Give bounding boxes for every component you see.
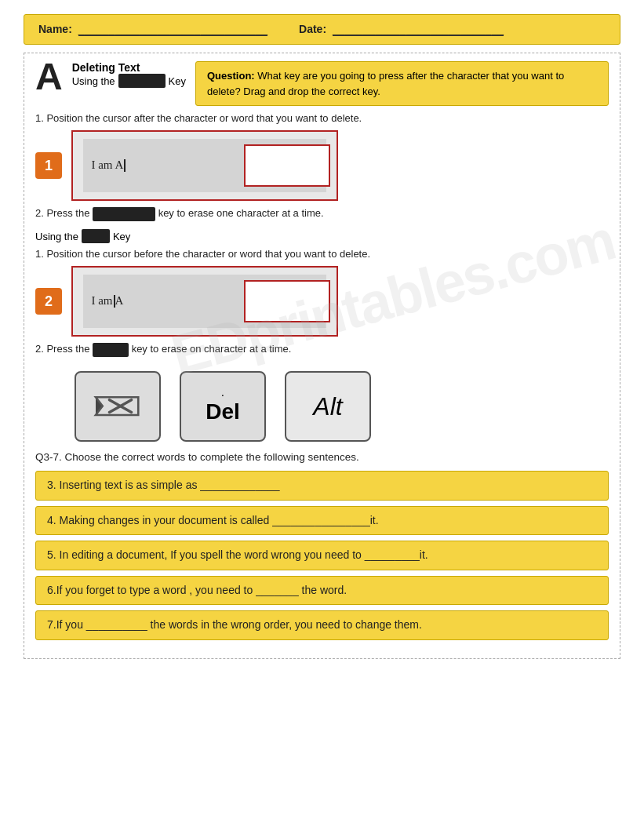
doc-mockup-1: I am A — [71, 130, 338, 201]
main-content: A Deleting Text Using the Key Question: … — [24, 53, 620, 659]
page-container: Name: _______________________________ Da… — [0, 14, 644, 834]
q3-7-section: Q3-7. Choose the correct words to comple… — [35, 451, 609, 640]
sentence-6: 6.If you forget to type a word , you nee… — [35, 576, 609, 606]
backspace-icon — [90, 387, 145, 426]
del-dot: . — [222, 389, 224, 398]
section-a-row: A Deleting Text Using the Key Question: … — [35, 61, 609, 106]
deleting-text-title: Deleting Text — [72, 61, 186, 74]
doc-text-2b: A — [115, 294, 124, 308]
num-badge-1: 1 — [35, 152, 62, 179]
sub-instruction-2: 2. Press the key to erase on character a… — [35, 343, 609, 357]
key-placeholder-1 — [118, 74, 166, 88]
name-field: Name: _______________________________ — [38, 23, 267, 36]
section-divider: Using the Key 1. Position the cursor bef… — [35, 229, 609, 260]
sub-instruction-1: 2. Press the key to erase one character … — [35, 207, 609, 221]
doc-answer-box-1 — [244, 144, 330, 187]
doc-text-2: I am — [91, 294, 112, 308]
question-box: Question: What key are you going to pres… — [195, 61, 609, 106]
q3-7-title: Q3-7. Choose the correct words to comple… — [35, 451, 609, 463]
backspace-key[interactable] — [75, 371, 161, 442]
using-key-line: Using the Key — [72, 74, 186, 88]
numbered-block-2: 2 I amA — [35, 266, 609, 337]
instruction-1: 1. Position the cursor after the charact… — [35, 112, 609, 124]
sentence-3: 3. Inserting text is as simple as ______… — [35, 471, 609, 501]
sentence-7: 7.If you __________ the words in the wro… — [35, 610, 609, 640]
key-placeholder-4 — [93, 343, 129, 357]
num-badge-2: 2 — [35, 288, 62, 315]
key-placeholder-2 — [93, 207, 155, 221]
alt-label: Alt — [313, 392, 342, 421]
instruction-2: 1. Position the cursor before the charac… — [35, 248, 609, 260]
key-placeholder-3 — [82, 229, 110, 243]
keys-row: . Del Alt — [75, 371, 609, 442]
doc-answer-box-2 — [244, 280, 330, 322]
doc-cursor-1 — [124, 159, 126, 172]
header-bar: Name: _______________________________ Da… — [24, 14, 620, 45]
using-key-line-2: Using the Key — [35, 229, 609, 243]
doc-mockup-2: I amA — [71, 266, 338, 337]
section-a-title: Deleting Text Using the Key — [72, 61, 186, 88]
del-key[interactable]: . Del — [180, 371, 266, 442]
doc-text-1: I am A — [91, 158, 123, 172]
numbered-block-1: 1 I am A — [35, 130, 609, 201]
sentence-4: 4. Making changes in your document is ca… — [35, 506, 609, 536]
section-a-letter: A — [35, 58, 63, 96]
header-fields: Name: _______________________________ Da… — [38, 23, 606, 36]
sentence-5: 5. In editing a document, If you spell t… — [35, 541, 609, 570]
alt-key[interactable]: Alt — [285, 371, 371, 442]
del-label: Del — [206, 399, 240, 424]
date-field: Date: ____________________________ — [299, 23, 504, 36]
